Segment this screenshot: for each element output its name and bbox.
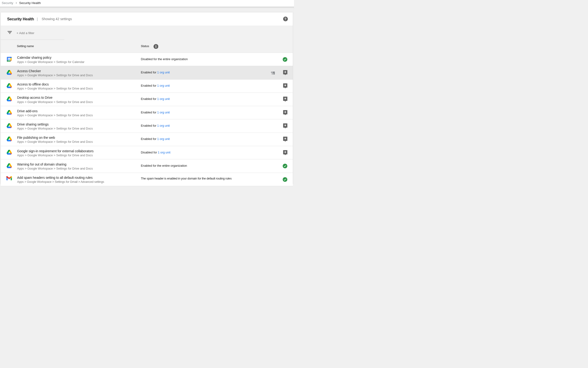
svg-text:31: 31 [8, 58, 10, 60]
